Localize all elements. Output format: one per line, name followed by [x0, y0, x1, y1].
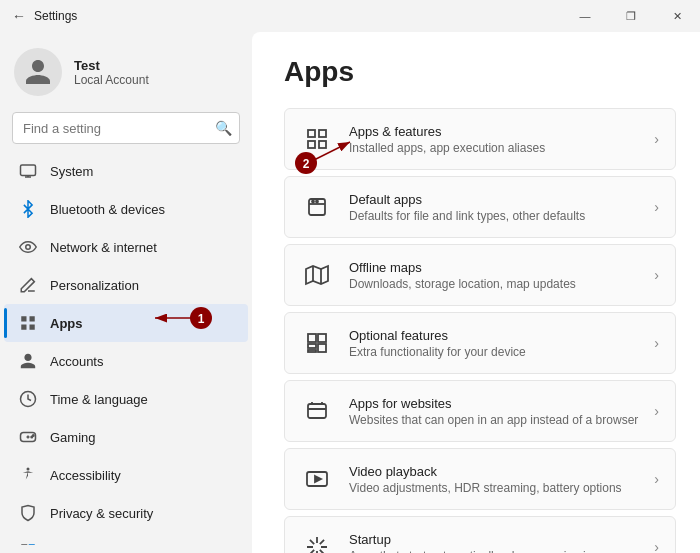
sidebar-item-bluetooth[interactable]: Bluetooth & devices [4, 190, 248, 228]
card-description: Extra functionality for your device [349, 345, 638, 359]
sidebar-item-privacy[interactable]: Privacy & security [4, 494, 248, 532]
sidebar-item-system[interactable]: System [4, 152, 248, 190]
user-info: Test Local Account [74, 58, 149, 87]
svg-rect-33 [308, 404, 326, 418]
offline-maps-icon [301, 259, 333, 291]
system-icon [18, 161, 38, 181]
svg-rect-28 [308, 334, 316, 342]
svg-point-14 [27, 468, 30, 471]
svg-rect-21 [308, 141, 315, 148]
sidebar-item-gaming[interactable]: Gaming [4, 418, 248, 456]
svg-rect-19 [308, 130, 315, 137]
svg-rect-0 [21, 165, 36, 176]
maximize-button[interactable]: ❐ [608, 0, 654, 32]
apps-icon [18, 313, 38, 333]
bluetooth-icon [18, 199, 38, 219]
card-optional-features[interactable]: Optional features Extra functionality fo… [284, 312, 676, 374]
card-text: Startup Apps that start automatically wh… [349, 532, 638, 554]
sidebar-item-windows-update[interactable]: Windows Update [4, 532, 248, 545]
chevron-right-icon: › [654, 199, 659, 215]
search-input[interactable] [12, 112, 240, 144]
time-icon [18, 389, 38, 409]
svg-rect-30 [308, 344, 316, 348]
sidebar-item-personalization[interactable]: Personalization [4, 266, 248, 304]
svg-rect-6 [21, 325, 26, 330]
sidebar-item-label: Windows Update [50, 544, 148, 546]
search-button[interactable]: 🔍 [213, 118, 234, 138]
card-apps-websites[interactable]: Apps for websites Websites that can open… [284, 380, 676, 442]
back-button[interactable]: ← [12, 8, 26, 24]
window-title: Settings [34, 9, 77, 23]
svg-point-24 [312, 201, 314, 203]
apps-websites-icon [301, 395, 333, 427]
card-description: Apps that start automatically when you s… [349, 549, 638, 554]
card-title: Optional features [349, 328, 638, 343]
card-text: Apps for websites Websites that can open… [349, 396, 638, 427]
svg-rect-22 [319, 141, 326, 148]
card-description: Defaults for file and link types, other … [349, 209, 638, 223]
sidebar-item-network[interactable]: Network & internet [4, 228, 248, 266]
nav-list: System Bluetooth & devices Network & int… [0, 152, 252, 545]
card-title: Offline maps [349, 260, 638, 275]
user-profile[interactable]: Test Local Account [0, 32, 252, 112]
card-text: Default apps Defaults for file and link … [349, 192, 638, 223]
window-controls: — ❐ ✕ [562, 0, 700, 32]
svg-point-13 [33, 435, 35, 437]
sidebar-item-label: Accessibility [50, 468, 121, 483]
personalization-icon [18, 275, 38, 295]
card-title: Apps for websites [349, 396, 638, 411]
sidebar-item-time[interactable]: Time & language [4, 380, 248, 418]
sidebar-item-label: Privacy & security [50, 506, 153, 521]
card-video-playback[interactable]: Video playback Video adjustments, HDR st… [284, 448, 676, 510]
card-apps-features[interactable]: Apps & features Installed apps, app exec… [284, 108, 676, 170]
card-text: Video playback Video adjustments, HDR st… [349, 464, 638, 495]
svg-rect-32 [308, 350, 316, 352]
privacy-icon [18, 503, 38, 523]
svg-rect-31 [318, 344, 326, 352]
app-container: Test Local Account 🔍 System Bluetooth & … [0, 32, 700, 553]
card-text: Offline maps Downloads, storage location… [349, 260, 638, 291]
chevron-right-icon: › [654, 131, 659, 147]
sidebar-item-label: Apps [50, 316, 83, 331]
svg-point-3 [26, 245, 31, 250]
svg-rect-7 [30, 325, 35, 330]
person-icon [23, 57, 53, 87]
main-content: Apps Apps & features Installed apps, app… [252, 32, 700, 553]
sidebar-item-label: Personalization [50, 278, 139, 293]
chevron-right-icon: › [654, 267, 659, 283]
search-icon: 🔍 [215, 120, 232, 136]
avatar [14, 48, 62, 96]
card-title: Startup [349, 532, 638, 547]
sidebar-item-apps[interactable]: Apps [4, 304, 248, 342]
chevron-right-icon: › [654, 539, 659, 553]
network-icon [18, 237, 38, 257]
sidebar-item-label: Accounts [50, 354, 103, 369]
titlebar: ← Settings — ❐ ✕ [0, 0, 700, 32]
svg-point-25 [316, 201, 318, 203]
user-account-type: Local Account [74, 73, 149, 87]
close-button[interactable]: ✕ [654, 0, 700, 32]
card-offline-maps[interactable]: Offline maps Downloads, storage location… [284, 244, 676, 306]
accessibility-icon [18, 465, 38, 485]
search-box: 🔍 [12, 112, 240, 144]
sidebar-item-accounts[interactable]: Accounts [4, 342, 248, 380]
card-description: Video adjustments, HDR streaming, batter… [349, 481, 638, 495]
windows-update-icon [18, 541, 38, 545]
svg-rect-5 [30, 316, 35, 321]
card-default-apps[interactable]: Default apps Defaults for file and link … [284, 176, 676, 238]
sidebar-item-accessibility[interactable]: Accessibility [4, 456, 248, 494]
sidebar-item-label: System [50, 164, 93, 179]
card-title: Apps & features [349, 124, 638, 139]
svg-rect-16 [29, 544, 35, 545]
cards-container: Apps & features Installed apps, app exec… [284, 108, 676, 553]
card-startup[interactable]: Startup Apps that start automatically wh… [284, 516, 676, 553]
card-title: Default apps [349, 192, 638, 207]
svg-rect-20 [319, 130, 326, 137]
svg-rect-29 [318, 334, 326, 342]
minimize-button[interactable]: — [562, 0, 608, 32]
card-text: Optional features Extra functionality fo… [349, 328, 638, 359]
svg-marker-35 [315, 476, 321, 482]
user-name: Test [74, 58, 149, 73]
card-title: Video playback [349, 464, 638, 479]
page-title: Apps [284, 56, 676, 88]
